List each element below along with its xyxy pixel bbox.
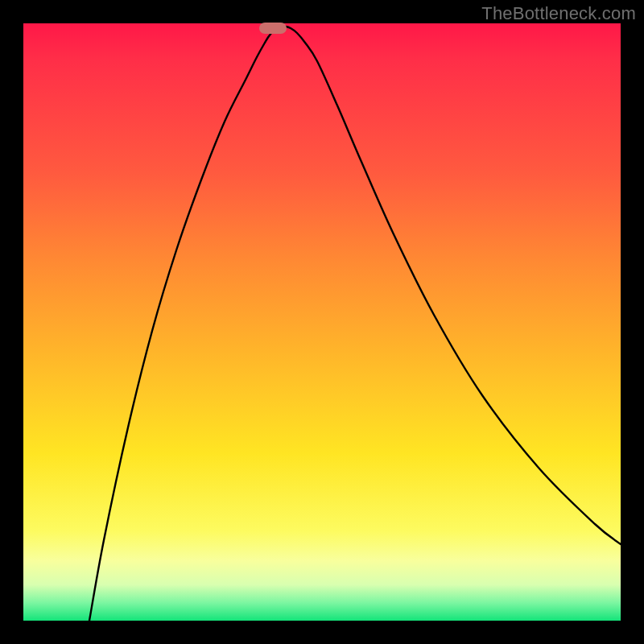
bottleneck-curve	[89, 27, 621, 621]
watermark-text: TheBottleneck.com	[481, 3, 636, 24]
curve-svg	[23, 23, 621, 621]
chart-frame: TheBottleneck.com	[0, 0, 644, 644]
optimal-marker	[259, 23, 287, 34]
plot-area	[23, 23, 621, 621]
